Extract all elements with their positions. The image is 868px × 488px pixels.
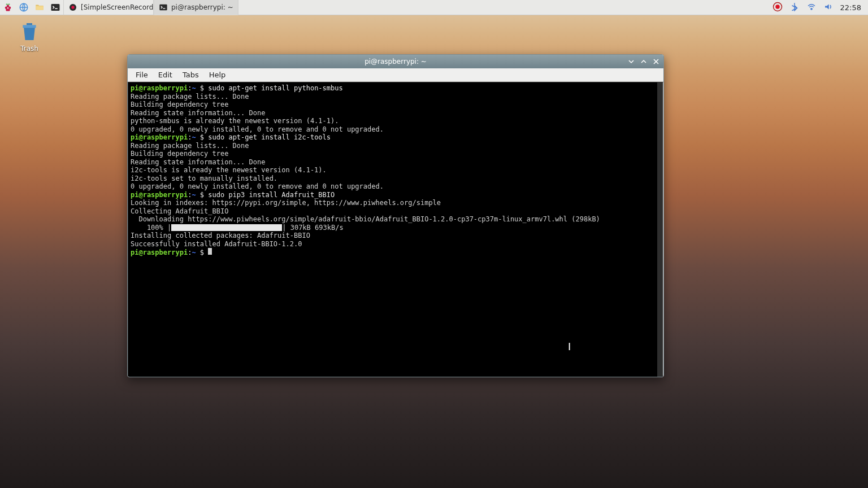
terminal-window: pi@raspberrypi: ~ File Edit Tabs Help pi… <box>127 54 664 377</box>
launcher-terminal[interactable] <box>47 0 63 15</box>
terminal-line: 0 upgraded, 0 newly installed, 0 to remo… <box>131 182 661 191</box>
launcher-files[interactable] <box>32 0 47 15</box>
svg-point-11 <box>775 5 780 9</box>
launcher-raspberry[interactable] <box>0 0 16 15</box>
terminal-line: i2c-tools is already the newest version … <box>131 166 661 175</box>
record-indicator-icon[interactable] <box>772 2 783 14</box>
terminal-line: Downloading https://www.piwheels.org/sim… <box>131 215 661 224</box>
terminal-line: Reading state information... Done <box>131 158 661 167</box>
recorder-icon <box>68 3 77 12</box>
terminal-line: Building dependency tree <box>131 150 661 158</box>
terminal-line: pi@raspberrypi:~ $ sudo apt-get install … <box>131 84 661 93</box>
terminal-line: Installing collected packages: Adafruit-… <box>131 232 661 240</box>
menu-help[interactable]: Help <box>205 69 231 80</box>
terminal-line: Collecting Adafruit_BBIO <box>131 207 661 216</box>
menu-file[interactable]: File <box>131 69 153 80</box>
menu-tabs[interactable]: Tabs <box>178 69 203 80</box>
terminal-line: i2c-tools set to manually installed. <box>131 175 661 183</box>
bluetooth-icon[interactable] <box>789 2 800 14</box>
terminal-line: Looking in indexes: https://pypi.org/sim… <box>131 199 661 207</box>
trash-icon <box>18 20 41 43</box>
terminal-menubar: File Edit Tabs Help <box>128 68 663 82</box>
terminal-icon <box>159 3 168 12</box>
terminal-line: Reading package lists... Done <box>131 142 661 150</box>
desktop-icon-trash[interactable]: Trash <box>14 20 45 53</box>
svg-rect-9 <box>159 5 167 11</box>
window-titlebar[interactable]: pi@raspberrypi: ~ <box>128 55 663 68</box>
terminal-line: Building dependency tree <box>131 101 661 109</box>
svg-point-8 <box>71 6 74 8</box>
svg-point-4 <box>7 8 10 11</box>
window-close-button[interactable] <box>652 58 660 66</box>
terminal-line: pi@raspberrypi:~ $ sudo apt-get install … <box>131 133 661 142</box>
terminal-line: 100% || 307kB 693kB/s <box>131 224 661 232</box>
taskbar-item-terminal[interactable]: pi@raspberrypi: ~ <box>154 0 238 15</box>
taskbar-clock[interactable]: 22:58 <box>840 3 861 12</box>
terminal-scrollbar[interactable] <box>657 82 663 377</box>
window-title: pi@raspberrypi: ~ <box>364 58 427 66</box>
window-controls <box>627 55 660 68</box>
wifi-icon[interactable] <box>806 2 817 14</box>
terminal-line: pi@raspberrypi:~ $ sudo pip3 install Ada… <box>131 191 661 199</box>
terminal-line: python-smbus is already the newest versi… <box>131 117 661 125</box>
svg-point-12 <box>810 8 811 9</box>
globe-icon <box>19 2 29 12</box>
svg-point-2 <box>7 5 10 8</box>
volume-icon[interactable] <box>823 2 834 14</box>
terminal-line: Reading state information... Done <box>131 109 661 117</box>
window-minimize-button[interactable] <box>627 58 635 66</box>
taskbar-item-recorder[interactable]: [SimpleScreenRecord... <box>63 0 154 15</box>
terminal-line: 0 upgraded, 0 newly installed, 0 to remo… <box>131 125 661 134</box>
taskbar-item-label: [SimpleScreenRecord... <box>81 3 154 11</box>
terminal-viewport[interactable]: pi@raspberrypi:~ $ sudo apt-get install … <box>128 82 663 377</box>
terminal-line: Reading package lists... Done <box>131 93 661 101</box>
terminal-line: Successfully installed Adafruit-BBIO-1.2… <box>131 240 661 249</box>
menu-edit[interactable]: Edit <box>154 69 177 80</box>
desktop-icon-label: Trash <box>14 45 45 53</box>
launcher-browser[interactable] <box>16 0 32 15</box>
terminal-line: pi@raspberrypi:~ $ <box>131 248 661 257</box>
folder-icon <box>34 2 45 12</box>
taskbar-item-label: pi@raspberrypi: ~ <box>171 3 233 11</box>
svg-rect-6 <box>51 4 60 11</box>
window-maximize-button[interactable] <box>640 58 648 66</box>
raspberry-icon <box>3 2 13 12</box>
terminal-icon <box>50 2 60 12</box>
system-tray: 22:58 <box>772 2 868 14</box>
taskbar: [SimpleScreenRecord... pi@raspberrypi: ~… <box>0 0 868 15</box>
